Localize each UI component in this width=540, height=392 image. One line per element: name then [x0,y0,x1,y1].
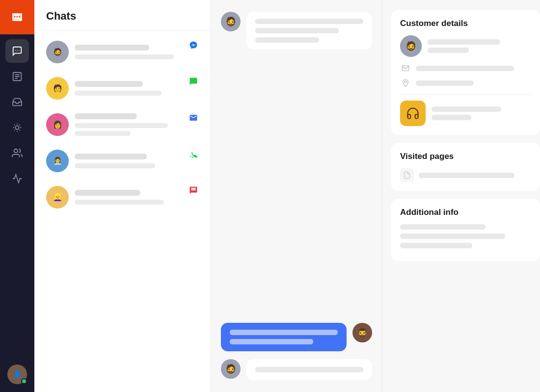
chat-item[interactable]: 👩‍💼 [40,144,205,178]
campaign-icon [12,122,23,133]
headphone-app-name [432,106,501,112]
divider [400,94,531,95]
main-content: Chats 🧔 🧑 [34,0,540,392]
message-bubble [246,359,372,380]
chat-message [75,123,168,128]
sidebar-item-contacts[interactable] [5,141,29,165]
customer-sub [428,48,469,53]
chat-name [75,190,140,196]
avatar: 👱‍♀️ [46,186,69,209]
chat-item[interactable]: 🧔 [40,35,205,69]
svg-point-2 [19,16,21,18]
message-bubble-sent [221,323,347,351]
chat-item[interactable]: 👩 [40,107,205,142]
additional-info-field [400,243,472,248]
avatar: 👩‍💼 [46,150,69,172]
message-text-line [230,339,313,344]
logo[interactable] [0,0,34,34]
visited-pages-title: Visited pages [400,152,531,161]
customer-email-row [400,63,531,74]
additional-info-title: Additional info [400,208,531,217]
avatar: 👩 [46,113,69,136]
sidebar-item-inbox[interactable] [5,90,29,114]
message-avatar: 🧔 [221,359,241,379]
chat-list: 🧔 🧑 [34,31,211,392]
additional-info-card: Additional info [391,199,540,261]
sidebar: 👤 [0,0,34,392]
customer-email [416,66,514,71]
headphone-app-sub [432,115,471,120]
customer-location [416,80,474,86]
visited-page-url [419,173,514,178]
chat-message [75,200,164,205]
channel-badge-messenger [188,40,199,51]
sidebar-nav [5,34,29,365]
svg-point-0 [14,16,16,18]
logo-icon [9,9,25,25]
contacts-icon [12,148,23,158]
chat-list-panel: Chats 🧔 🧑 [34,0,211,392]
visited-pages-card: Visited pages [391,143,540,191]
chat-message-2 [75,131,131,136]
chat-item[interactable]: 🧑 [40,71,205,105]
chat-name [75,113,137,119]
svg-point-3 [15,50,16,51]
customer-details-card: Customer details 🧔 [391,10,540,135]
chat-name [75,81,143,87]
svg-rect-12 [402,66,409,71]
customer-name [428,39,500,45]
svg-point-11 [14,149,18,153]
message-avatar: 🧔 [221,12,241,31]
customer-info-row: 🧔 [400,35,531,57]
chat-message [75,91,162,96]
chat-info [75,154,199,168]
visited-page-item [400,168,531,182]
sidebar-item-chats[interactable] [5,39,29,63]
customer-text-info [428,39,531,53]
document-icon [400,168,414,182]
channel-badge-email [188,112,199,123]
message-text-line [255,28,339,33]
inbox-icon [12,97,23,107]
right-panel: Customer details 🧔 [382,0,540,392]
message-row: 🧔 [221,359,372,380]
conversation-spacer [221,57,372,315]
list-icon [12,71,23,82]
reports-icon [12,173,23,184]
email-icon [400,63,411,74]
avatar: 🧑 [46,77,69,100]
headphone-icon [400,101,426,126]
customer-location-row [400,78,531,88]
sidebar-item-campaigns[interactable] [5,116,29,139]
online-indicator [21,378,27,384]
channel-badge-whatsapp [188,149,199,159]
user-avatar[interactable]: 👤 [7,365,27,384]
svg-point-4 [17,50,17,51]
channel-badge-sms [188,185,199,196]
message-text-line [230,330,338,335]
chat-item[interactable]: 👱‍♀️ [40,180,205,214]
message-avatar: 🧔‍♂️ [352,323,372,342]
page-title: Chats [34,0,211,31]
message-text-line [255,19,363,24]
chat-message [75,163,155,168]
message-text-line [255,367,363,372]
svg-point-10 [15,126,19,129]
chat-info [75,45,199,59]
customer-details-title: Customer details [400,19,531,28]
message-bubble [246,12,372,50]
headphone-app-card [400,101,531,126]
chat-info [75,81,199,96]
sidebar-item-tickets[interactable] [5,65,29,88]
svg-point-1 [17,16,18,18]
svg-point-13 [405,81,406,83]
sidebar-item-reports[interactable] [5,167,29,190]
conversation-panel: 🧔 🧔‍♂️ 🧔 [211,0,382,392]
sidebar-bottom: 👤 [7,365,27,392]
chat-info [75,190,199,205]
additional-info-field [400,224,486,230]
chat-name [75,154,147,159]
chat-name [75,45,149,51]
additional-info-field [400,234,505,239]
message-row: 🧔‍♂️ [221,323,372,351]
